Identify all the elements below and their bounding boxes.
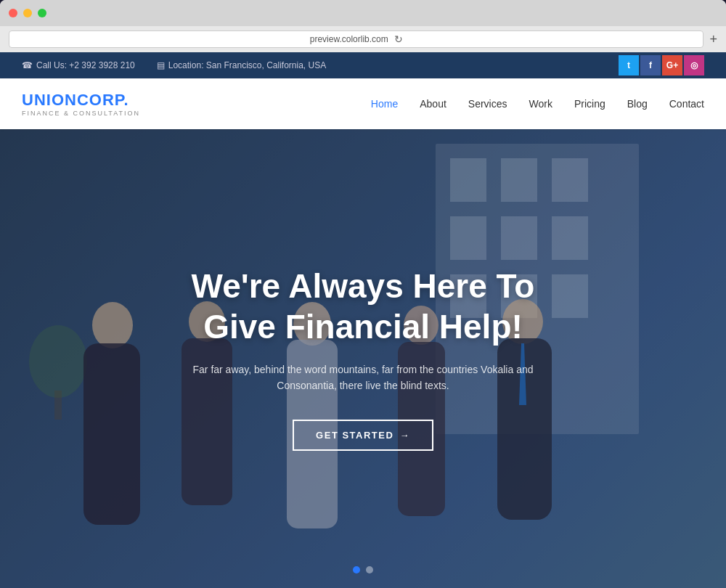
slider-dot-2[interactable] (366, 566, 373, 573)
phone-info: ☎ Call Us: +2 392 3928 210 (22, 60, 135, 70)
top-bar-left: ☎ Call Us: +2 392 3928 210 ▤ Location: S… (22, 60, 326, 70)
location-text: Location: San Francisco, California, USA (168, 60, 326, 70)
browser-toolbar: preview.colorlib.com ↻ + (0, 26, 726, 52)
instagram-link[interactable]: ◎ (684, 55, 704, 75)
nav-item-work[interactable]: Work (529, 97, 552, 110)
browser-titlebar (0, 0, 726, 26)
hero-section: We're Always Here To Give Financial Help… (0, 129, 726, 588)
logo-subtitle: FINANCE & CONSULTATION (22, 110, 140, 117)
location-info: ▤ Location: San Francisco, California, U… (157, 60, 326, 70)
logo-union: UNION (22, 91, 77, 109)
website-content: ☎ Call Us: +2 392 3928 210 ▤ Location: S… (0, 52, 726, 588)
slider-dot-1[interactable] (353, 566, 360, 573)
nav-item-home[interactable]: Home (371, 97, 398, 110)
nav-item-services[interactable]: Services (468, 97, 507, 110)
minimize-dot[interactable] (23, 9, 32, 17)
address-bar[interactable]: preview.colorlib.com ↻ (9, 30, 703, 48)
nav-link-home[interactable]: Home (371, 98, 398, 110)
new-tab-button[interactable]: + (709, 32, 717, 47)
top-bar: ☎ Call Us: +2 392 3928 210 ▤ Location: S… (0, 52, 726, 78)
hero-title: We're Always Here To Give Financial Help… (192, 266, 535, 346)
nav-link-contact[interactable]: Contact (669, 98, 704, 110)
twitter-link[interactable]: t (619, 55, 639, 75)
hero-title-line1: We're Always Here To (192, 267, 535, 305)
nav-link-about[interactable]: About (420, 98, 446, 110)
hero-title-line2: Give Financial Help! (203, 308, 523, 346)
browser-window: preview.colorlib.com ↻ + (0, 0, 726, 52)
location-icon: ▤ (157, 60, 165, 70)
logo-text: UNIONCORP. (22, 91, 140, 110)
google-link[interactable]: G+ (662, 55, 682, 75)
navbar: UNIONCORP. FINANCE & CONSULTATION Home A… (0, 78, 726, 129)
hero-content: We're Always Here To Give Financial Help… (0, 129, 726, 588)
nav-menu: Home About Services Work Pricing Blog Co… (371, 97, 704, 110)
phone-icon: ☎ (22, 60, 33, 70)
logo: UNIONCORP. FINANCE & CONSULTATION (22, 91, 140, 117)
get-started-button[interactable]: GET STARTED → (293, 420, 433, 451)
nav-link-work[interactable]: Work (529, 98, 552, 110)
slider-dots (353, 566, 373, 573)
close-dot[interactable] (9, 9, 17, 17)
cta-arrow: → (399, 430, 410, 441)
logo-corp: CORP. (77, 91, 129, 109)
facebook-link[interactable]: f (640, 55, 661, 75)
nav-item-contact[interactable]: Contact (669, 97, 704, 110)
nav-link-services[interactable]: Services (468, 98, 507, 110)
hero-subtitle: Far far away, behind the word mountains,… (182, 362, 544, 394)
maximize-dot[interactable] (38, 9, 46, 17)
social-links: t f G+ ◎ (619, 55, 704, 75)
nav-item-blog[interactable]: Blog (627, 97, 648, 110)
nav-link-blog[interactable]: Blog (627, 98, 648, 110)
nav-link-pricing[interactable]: Pricing (574, 98, 605, 110)
nav-item-pricing[interactable]: Pricing (574, 97, 605, 110)
refresh-icon[interactable]: ↻ (394, 33, 403, 45)
cta-label: GET STARTED (316, 430, 393, 441)
phone-text: Call Us: +2 392 3928 210 (36, 60, 135, 70)
nav-item-about[interactable]: About (420, 97, 446, 110)
url-text: preview.colorlib.com (310, 34, 388, 44)
